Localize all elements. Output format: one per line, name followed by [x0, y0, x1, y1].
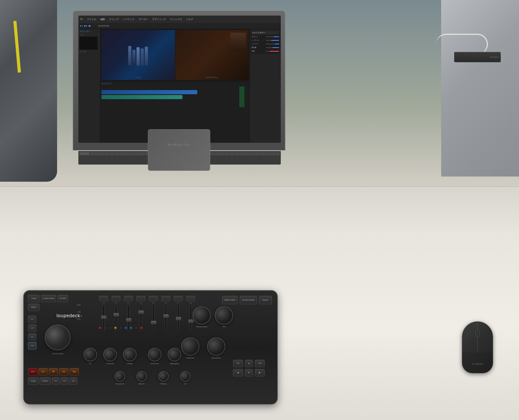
p4-label: P4 — [140, 302, 142, 304]
ctrl-button[interactable]: Ctrl — [38, 368, 48, 375]
vibrance-label: Vibrance — [186, 357, 194, 359]
alt-button[interactable]: Alt — [59, 368, 69, 375]
c2-button[interactable]: C2 — [70, 377, 77, 385]
knob-group-contrast: Contrast — [103, 348, 117, 365]
p7-fader-thumb[interactable] — [176, 317, 181, 320]
shift-button[interactable]: Shift — [28, 368, 37, 375]
nav-right-button[interactable]: ▶ — [255, 369, 265, 376]
led-red-1 — [99, 327, 101, 329]
knob-group-whites: Whites — [158, 371, 169, 385]
control-dial[interactable] — [45, 324, 71, 350]
mouse-body[interactable]: ✦ Verbatim — [462, 321, 493, 373]
d2-knob[interactable] — [180, 371, 190, 382]
p8-button[interactable] — [186, 296, 195, 301]
cmd-button[interactable]: ⌘ — [49, 368, 58, 375]
p1-fader-thumb[interactable] — [101, 316, 106, 319]
whites-knob[interactable] — [158, 371, 169, 382]
highlights-knob[interactable] — [168, 348, 181, 361]
tab-button[interactable]: Tab — [70, 368, 79, 375]
temperature-knob[interactable] — [193, 306, 211, 324]
d1-label: D1 — [89, 362, 92, 365]
p3-fader-thumb[interactable] — [126, 318, 131, 321]
redo-button[interactable]: Redo — [28, 304, 39, 311]
c5-button[interactable]: C5 — [233, 360, 243, 367]
l1-button[interactable]: L1 — [28, 316, 36, 323]
macbook-trackpad[interactable] — [148, 129, 210, 171]
vibrance-knob[interactable] — [181, 337, 199, 356]
menu-help[interactable]: ヘルプ — [186, 18, 193, 21]
exposure-knob[interactable] — [115, 371, 125, 382]
paste-button[interactable]: Paste — [39, 377, 51, 385]
p7-button[interactable] — [174, 296, 183, 301]
source-info: vid-1.mp4 — [79, 51, 99, 52]
usb-cable — [436, 34, 488, 55]
shadows-knob[interactable] — [148, 348, 161, 361]
premiere-main-area: プロジェクト ソース vid-1.mp4 — [78, 29, 281, 143]
screen-mode-button[interactable]: Screen Mode — [240, 296, 257, 304]
led-blue-1 — [125, 327, 127, 329]
knob-group-saturation: Saturation — [207, 337, 225, 359]
p4-button[interactable] — [136, 296, 145, 301]
led-red-2 — [141, 327, 142, 329]
p3-button[interactable] — [124, 296, 133, 301]
clarity-knob[interactable] — [123, 348, 136, 361]
menu-marker[interactable]: マーカー — [139, 18, 148, 21]
before-after-button[interactable]: Before After — [222, 296, 238, 304]
menu-clip[interactable]: クリップ — [109, 18, 119, 21]
custom-mode-button[interactable]: Custom Mode — [41, 295, 56, 302]
contrast-knob[interactable] — [103, 348, 117, 361]
l3-button[interactable]: L3 — [28, 333, 36, 341]
premiere-pro-ui: Pr ファイル 編集 クリップ シーケンス マーカー グラフィック ウィンドウ … — [78, 16, 281, 143]
p8-fader-track[interactable] — [190, 305, 192, 331]
menu-graphics[interactable]: グラフィック — [152, 18, 166, 21]
p2-fader-thumb[interactable] — [114, 313, 119, 316]
saturation-knob[interactable] — [207, 337, 225, 356]
premiere-menubar: Pr ファイル 編集 クリップ シーケンス マーカー グラフィック ウィンドウ … — [78, 16, 281, 23]
monitor-panels: ソース コアプログラム — [100, 29, 250, 81]
c1-button[interactable]: C1 — [61, 377, 69, 385]
cir-bw-button[interactable]: Cir BW — [58, 295, 68, 302]
verbatim-mouse: ✦ Verbatim — [457, 321, 498, 389]
p5-fader-track[interactable] — [152, 305, 154, 331]
fn-button[interactable]: Fn — [52, 377, 60, 385]
p4-fader-thumb[interactable] — [139, 310, 144, 314]
lumetri-color-panel: ルメトリカラー ホワイト ハイライト — [250, 29, 281, 143]
p5-fader-thumb[interactable] — [151, 321, 156, 324]
menu-window[interactable]: ウィンドウ — [170, 18, 182, 21]
p5-button[interactable] — [149, 296, 158, 301]
menu-edit[interactable]: 編集 — [100, 18, 105, 21]
temp-tint-knobs: Temperature Tint — [193, 306, 233, 328]
program-monitor: コアプログラム — [175, 30, 249, 80]
copy-button[interactable]: Copy — [28, 377, 38, 385]
menu-file[interactable]: ファイル — [87, 18, 96, 21]
source-preview — [79, 37, 98, 50]
blacks-knob[interactable] — [136, 371, 147, 382]
knob-group-shadows: Shadows — [148, 348, 161, 365]
p6-fader-track[interactable] — [165, 305, 167, 331]
app-icon: Pr — [80, 18, 83, 21]
mouse-left-button[interactable] — [462, 322, 477, 353]
nav-down-button[interactable]: ▼ — [245, 369, 253, 376]
knob-group-d1: D1 — [84, 348, 97, 365]
tint-knob[interactable] — [215, 306, 233, 324]
undo-button[interactable]: Undo — [28, 295, 39, 302]
shadows-label: Shadows — [151, 362, 159, 365]
p2-button[interactable] — [112, 296, 120, 301]
mouse-right-button[interactable] — [477, 322, 493, 353]
lumetri-inner: ルメトリカラー ホワイト ハイライト — [251, 30, 280, 54]
nav-up-button[interactable]: ▲ — [245, 360, 253, 367]
export-button[interactable]: Export — [259, 296, 272, 304]
l2-button[interactable]: L2 — [28, 324, 36, 332]
hue-label: Hue — [74, 304, 81, 306]
p6-fader-thumb[interactable] — [163, 314, 169, 317]
c6-button[interactable]: C6 — [255, 360, 265, 367]
p7-fader-track[interactable] — [177, 305, 179, 331]
knobs-row-1: D1 Contrast Clarity Shadows Highlights — [84, 348, 181, 365]
col-button[interactable]: Col — [28, 342, 36, 349]
led-off-2 — [110, 327, 111, 329]
p6-button[interactable] — [161, 296, 170, 301]
menu-sequence[interactable]: シーケンス — [123, 18, 134, 21]
p1-button[interactable] — [99, 296, 108, 301]
d1-knob[interactable] — [84, 348, 97, 361]
nav-left-button[interactable]: ◀ — [233, 369, 243, 376]
